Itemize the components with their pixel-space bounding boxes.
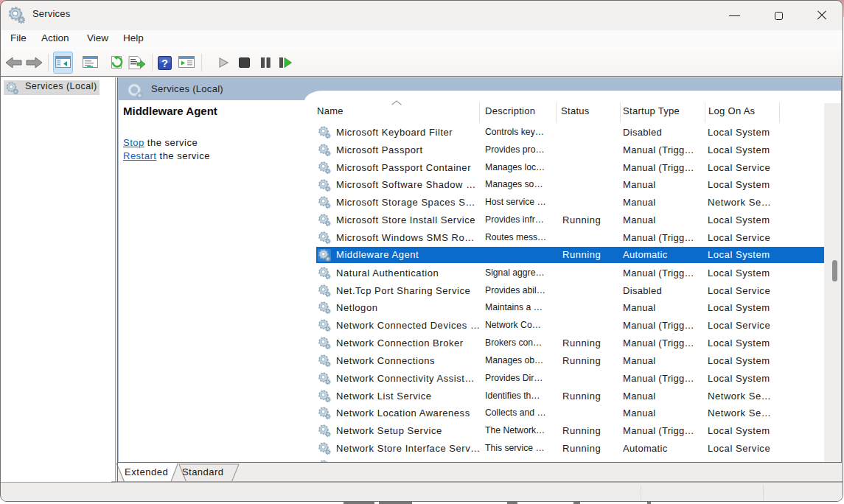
svg-text:?: ? xyxy=(161,57,168,69)
